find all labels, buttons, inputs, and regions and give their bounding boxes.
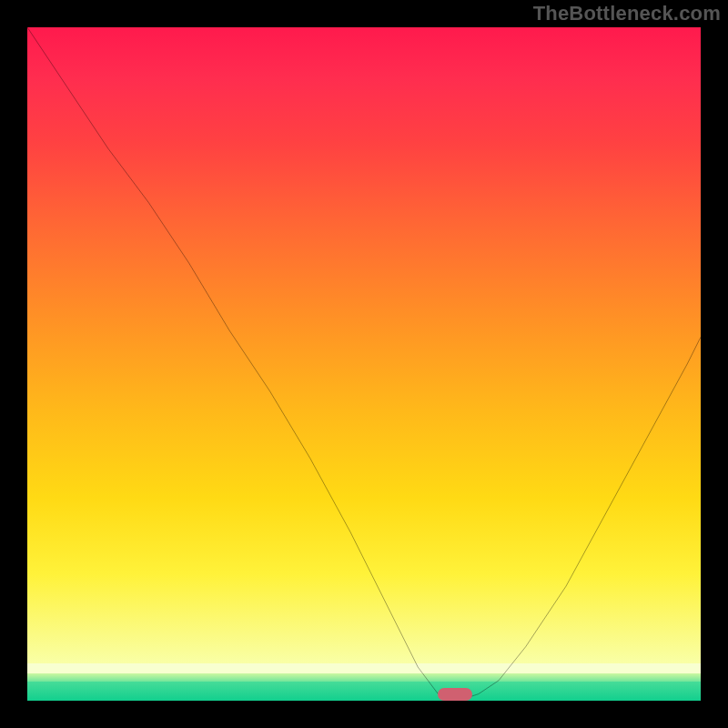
chart-frame: TheBottleneck.com [0,0,728,728]
watermark-text: TheBottleneck.com [533,2,721,25]
curve-path [27,27,701,701]
bottleneck-curve [27,27,701,701]
optimal-marker [438,688,472,701]
plot-area [27,27,701,701]
